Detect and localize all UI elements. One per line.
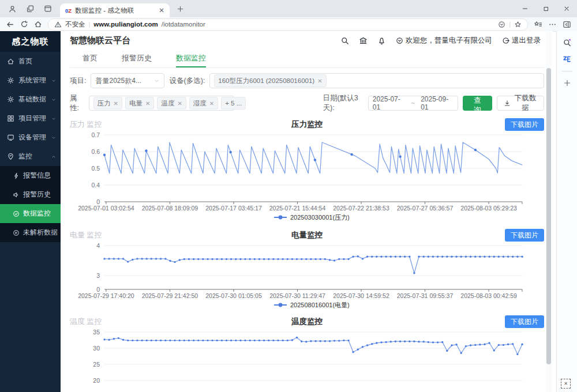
svg-text:2025-07-31 09:55:37: 2025-07-31 09:55:37 — [397, 292, 454, 299]
tag-close-icon[interactable]: ✕ — [209, 100, 214, 107]
device-multiselect[interactable]: 160型压力6001 (202508016001)✕ — [209, 73, 544, 88]
sidebar-item-监控[interactable]: 监控 — [0, 147, 61, 166]
home-icon[interactable] — [34, 20, 42, 28]
chevron-down-icon — [51, 116, 57, 122]
profile-icon[interactable] — [8, 5, 17, 13]
filter-tag[interactable]: 温度✕ — [157, 97, 186, 110]
svg-text:2025-07-30 01:05:05: 2025-07-30 01:05:05 — [205, 292, 262, 299]
sidebar-toggle-icon[interactable] — [563, 20, 571, 29]
clockx-icon — [13, 229, 20, 236]
bank-glyph-icon — [359, 36, 368, 45]
sidebar-submenu: 报警信息报警历史数据监控未解析数据 — [0, 166, 61, 242]
tag-close-icon[interactable]: ✕ — [317, 78, 322, 84]
project-value: 普量2025款4... — [95, 76, 151, 86]
project-label: 项目: — [70, 76, 86, 86]
page-scrollbar[interactable] — [546, 31, 552, 392]
sidebar-item-设备管理[interactable]: 设备管理 — [0, 128, 61, 147]
tab-数据监控[interactable]: 数据监控 — [176, 50, 206, 67]
filter-tag[interactable]: 160型压力6001 (202508016001)✕ — [214, 74, 326, 87]
star-glyph-icon — [514, 21, 522, 28]
query-button[interactable]: 查询 — [463, 96, 493, 111]
sidebar-item-label: 首页 — [18, 56, 32, 66]
tag-close-icon[interactable]: ✕ — [177, 100, 182, 107]
project-select[interactable]: 普量2025款4... — [91, 73, 164, 88]
svg-text:2025-07-30 14:59:52: 2025-07-30 14:59:52 — [333, 292, 389, 299]
window-close-icon[interactable] — [556, 0, 577, 17]
sidebar-subitem-报警信息[interactable]: 报警信息 — [0, 166, 61, 185]
svg-text:2025-07-08 18:09:09: 2025-07-08 18:09:09 — [142, 205, 198, 212]
not-secure-warning-icon[interactable] — [54, 21, 62, 28]
sidebar-item-label: 设备管理 — [18, 133, 46, 142]
tab-报警历史[interactable]: 报警历史 — [122, 50, 152, 67]
address-bar[interactable]: 不安全 | www.puliangiot.com/iotdatamonitor … — [48, 18, 528, 31]
download-image-button[interactable]: 下载图片 — [505, 229, 544, 242]
tag-close-icon[interactable]: ✕ — [145, 100, 150, 107]
tag-close-icon[interactable]: ✕ — [114, 100, 118, 107]
browser-menu-icon[interactable] — [548, 20, 557, 29]
back-icon[interactable] — [6, 20, 14, 29]
home-icon — [7, 58, 14, 65]
reader-smiley-icon[interactable] — [498, 21, 505, 28]
filter-tag[interactable]: 湿度✕ — [189, 97, 218, 110]
panel-copilot-icon[interactable] — [563, 55, 571, 63]
attribute-multiselect[interactable]: 压力✕ 电量✕ 温度✕ 湿度✕ + 5 ... — [89, 96, 234, 111]
welcome-menu[interactable]: 欢迎您，普量电子有限公司 — [396, 36, 492, 46]
sidebar-subitem-数据监控[interactable]: 数据监控 — [0, 204, 61, 223]
charts-area: 压力 监控压力监控下载图片0.70.60.50.402025-07-01 03:… — [70, 118, 544, 392]
browser-window: 0Z 数据监控 - 感之物联 ✕ 不安全 | www.puliangiot.co… — [0, 0, 577, 392]
bank-icon[interactable] — [359, 36, 368, 45]
sidebar-item-label: 系统管理 — [18, 76, 46, 85]
sidebar-item-系统管理[interactable]: 系统管理 — [0, 71, 61, 90]
chevron-down-icon — [51, 97, 57, 103]
new-tab-icon[interactable] — [177, 5, 184, 13]
filter-row-project: 项目: 普量2025款4... 设备(多选): 160型压力6001 (2025… — [70, 73, 544, 88]
date-range-input[interactable]: 2025-07-01 ~ 2025-09-01 — [368, 96, 458, 111]
sidebar-item-首页[interactable]: 首页 — [0, 52, 61, 71]
logout-button[interactable]: 退出登录 — [502, 36, 541, 46]
window-minimize-icon[interactable] — [515, 0, 535, 17]
svg-text:20: 20 — [93, 377, 100, 384]
download-image-button[interactable]: 下载图片 — [505, 315, 544, 328]
tab-首页[interactable]: 首页 — [83, 50, 98, 67]
sidebar-subitem-未解析数据[interactable]: 未解析数据 — [0, 223, 61, 242]
device-icon — [7, 134, 14, 141]
sidebar-item-label: 监控 — [18, 152, 32, 161]
warning-triangle-icon — [54, 21, 62, 28]
download-image-button[interactable]: 下载图片 — [505, 118, 544, 131]
collections-icon[interactable] — [534, 20, 542, 29]
search-icon[interactable] — [340, 36, 349, 45]
chevron-down-icon — [51, 78, 57, 84]
logout-glyph-icon — [502, 37, 509, 44]
svg-text:3: 3 — [96, 272, 100, 279]
browser-tab[interactable]: 0Z 数据监控 - 感之物联 ✕ — [60, 3, 170, 17]
date-label: 日期(默认3天): — [323, 93, 364, 113]
reload-icon[interactable] — [20, 20, 28, 28]
panel-divider — [562, 71, 572, 71]
tab-title: 数据监控 - 感之物联 — [75, 6, 155, 15]
page-tabs: 首页报警历史数据监控 — [70, 50, 544, 68]
page-title: 智慧物联云平台 — [70, 35, 130, 46]
section-label: 温度 监控 — [70, 316, 102, 327]
ime-indicator[interactable]: ✕ — [561, 379, 571, 389]
sidebar-item-项目管理[interactable]: 项目管理 — [0, 109, 61, 128]
ellipsis-icon — [548, 20, 557, 29]
tab-close-icon[interactable]: ✕ — [159, 6, 164, 14]
bell-glyph-icon — [377, 36, 386, 45]
window-maximize-icon[interactable] — [535, 0, 556, 17]
panel-search-icon[interactable] — [563, 38, 572, 47]
url-path: /iotdatamonitor — [162, 21, 205, 28]
favorite-star-icon[interactable] — [514, 21, 522, 28]
sidebar-item-基础数据[interactable]: 基础数据 — [0, 90, 61, 109]
panel-add-icon[interactable] — [563, 79, 571, 87]
tab-actions-icon[interactable] — [44, 5, 52, 13]
download-data-button[interactable]: 下载数据 — [497, 96, 544, 111]
workspaces-icon[interactable] — [26, 5, 35, 13]
workspaces-glyph-icon — [26, 5, 35, 13]
filter-tag[interactable]: 电量✕ — [125, 97, 154, 110]
filter-tag[interactable]: + 5 ... — [221, 97, 246, 110]
bell-icon[interactable] — [377, 36, 386, 45]
scrollbar-thumb[interactable] — [546, 68, 551, 364]
sidebar-item-label: 项目管理 — [18, 114, 46, 123]
sidebar-subitem-报警历史[interactable]: 报警历史 — [0, 185, 61, 204]
filter-tag[interactable]: 压力✕ — [93, 97, 122, 110]
